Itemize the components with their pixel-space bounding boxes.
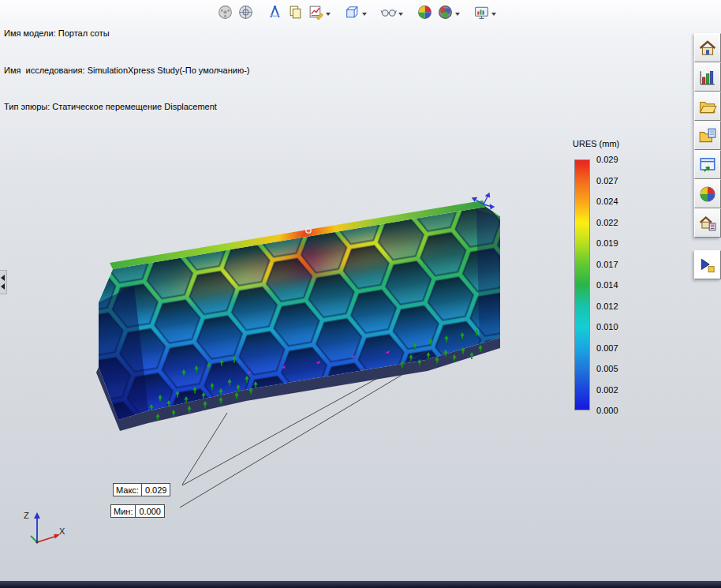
model-name-line: Имя модели: Портал соты bbox=[4, 28, 249, 40]
report-folder-icon[interactable] bbox=[694, 121, 721, 150]
legend-color-bar bbox=[574, 159, 590, 410]
legend-tick: 0.012 bbox=[596, 301, 618, 311]
dropdown-arrow-icon[interactable] bbox=[491, 13, 496, 16]
min-callout-label: Мин: bbox=[111, 507, 135, 516]
collapse-arrow-icon bbox=[1, 283, 5, 290]
triad-z-label: Z bbox=[24, 511, 29, 520]
plot-header: Имя модели: Портал соты Имя исследования… bbox=[4, 3, 249, 138]
pane-splitter[interactable] bbox=[0, 270, 7, 294]
legend-tick: 0.024 bbox=[596, 197, 618, 206]
iso-clipping-icon[interactable] bbox=[215, 2, 235, 22]
dropdown-arrow-icon[interactable] bbox=[326, 13, 331, 16]
legend-tick: 0.007 bbox=[596, 343, 618, 353]
model-3d-body[interactable] bbox=[96, 200, 500, 431]
legend-tick: 0.029 bbox=[596, 155, 618, 164]
color-chart-icon[interactable] bbox=[694, 179, 721, 208]
right-toolbar bbox=[694, 33, 721, 279]
max-callout-value: 0.029 bbox=[141, 484, 170, 496]
triad-x-label: X bbox=[59, 526, 65, 536]
collapse-arrow-icon bbox=[1, 275, 5, 281]
legend-tick: 0.002 bbox=[596, 385, 618, 395]
home-icon[interactable] bbox=[694, 33, 721, 62]
min-callout[interactable]: Мин: 0.000 bbox=[110, 504, 165, 518]
probe-icon[interactable] bbox=[264, 2, 285, 22]
legend-tick: 0.010 bbox=[596, 322, 618, 331]
section-view-icon[interactable] bbox=[342, 2, 362, 22]
dropdown-arrow-icon[interactable] bbox=[362, 13, 367, 16]
top-toolbar bbox=[215, 2, 499, 22]
legend-tick: 0.017 bbox=[596, 260, 618, 269]
status-bar bbox=[0, 581, 721, 588]
display-options-icon[interactable] bbox=[435, 2, 455, 22]
study-name-line: Имя исследования: SimulationXpress Study… bbox=[4, 65, 249, 77]
color-map-icon[interactable] bbox=[414, 2, 435, 22]
plot-type-line: Тип эпюры: Статическое перемещение Displ… bbox=[4, 101, 249, 114]
report-icon[interactable] bbox=[471, 2, 491, 22]
legend-tick: 0.022 bbox=[596, 218, 618, 227]
glasses-icon[interactable] bbox=[378, 2, 398, 22]
results-advisor-icon[interactable] bbox=[694, 62, 721, 92]
section-clipping-icon[interactable] bbox=[235, 2, 256, 22]
max-point-marker bbox=[306, 228, 311, 233]
min-callout-value: 0.000 bbox=[135, 505, 164, 517]
edit-plot-icon[interactable] bbox=[305, 2, 326, 22]
legend-tick: 0.005 bbox=[596, 364, 618, 373]
max-callout-label: Макс: bbox=[114, 485, 141, 495]
home-report-icon[interactable] bbox=[694, 208, 721, 238]
legend-tick: 0.014 bbox=[596, 280, 618, 290]
origin-triad: Z X bbox=[24, 511, 65, 544]
max-callout[interactable]: Макс: 0.029 bbox=[113, 483, 170, 496]
open-folder-icon[interactable] bbox=[694, 92, 721, 121]
dropdown-arrow-icon[interactable] bbox=[398, 13, 403, 16]
legend-title: URES (mm) bbox=[573, 139, 619, 148]
solidworks-viewport: Z X Имя модели: Портал соты Имя исследов… bbox=[0, 0, 721, 588]
legend-labels: 0.029 0.027 0.024 0.022 0.019 0.017 0.01… bbox=[596, 155, 618, 415]
dropdown-arrow-icon[interactable] bbox=[455, 13, 460, 16]
legend-tick: 0.019 bbox=[596, 238, 618, 248]
legend: URES (mm) 0.029 0.027 0.024 0.022 0.019 … bbox=[552, 139, 619, 415]
window-arrow-icon[interactable] bbox=[694, 150, 721, 179]
export-arrow-icon[interactable] bbox=[694, 250, 721, 279]
legend-tick: 0.027 bbox=[596, 176, 618, 185]
legend-tick: 0.000 bbox=[596, 406, 618, 415]
copy-icon[interactable] bbox=[285, 2, 305, 22]
